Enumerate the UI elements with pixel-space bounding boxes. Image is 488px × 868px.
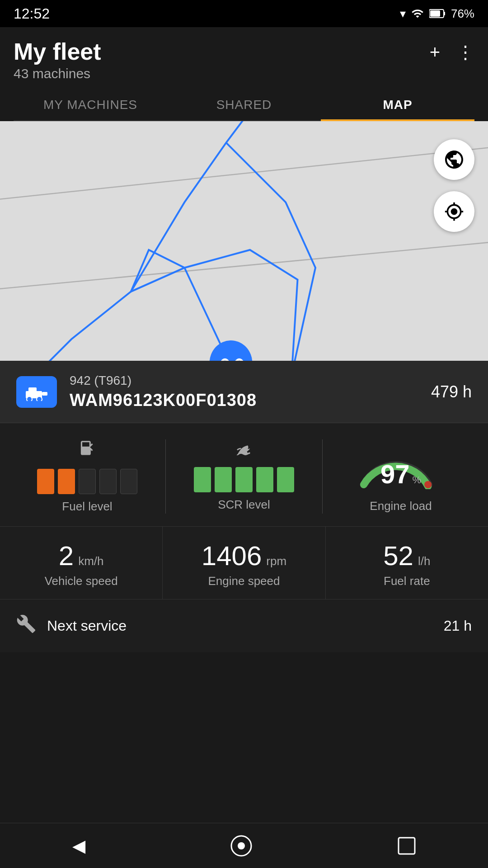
fuel-bar-3: [79, 469, 96, 494]
scr-bar-4: [256, 467, 273, 492]
scr-level-block: SCR level: [170, 439, 318, 514]
scr-bars: [194, 467, 294, 492]
metrics-row: 2 km/h Vehicle speed 1406 rpm Engine spe…: [0, 527, 488, 599]
svg-rect-13: [42, 392, 47, 396]
fuel-bar-4: [99, 469, 117, 494]
wrench-icon: [16, 614, 36, 638]
header: My fleet 43 machines + ⋮ MY MACHINES SHA…: [0, 27, 488, 121]
status-bar: 12:52 ▾ 76%: [0, 0, 488, 27]
engine-speed-value: 1406: [202, 540, 262, 571]
engine-load-unit: %: [412, 474, 421, 486]
vehicle-speed-unit: km/h: [78, 554, 103, 568]
fuel-level-block: Fuel level: [14, 439, 161, 514]
divider-1: [165, 439, 166, 514]
vehicle-speed-value: 2: [59, 540, 74, 571]
tab-my-machines[interactable]: MY MACHINES: [14, 89, 167, 120]
svg-point-11: [27, 396, 32, 401]
fuel-icon: [79, 439, 96, 463]
svg-marker-8: [131, 250, 185, 292]
machine-type-icon: [16, 376, 57, 408]
engine-load-label: Engine load: [370, 499, 432, 513]
engine-load-value: 97: [380, 459, 410, 489]
battery-text: 76%: [451, 7, 474, 21]
map-target-button[interactable]: [434, 191, 474, 232]
more-options-button[interactable]: ⋮: [456, 42, 474, 62]
fuel-rate-label: Fuel rate: [384, 574, 430, 588]
svg-rect-1: [444, 12, 445, 15]
fuel-rate-unit: l/h: [418, 554, 430, 568]
vehicle-speed-label: Vehicle speed: [45, 574, 118, 588]
scr-bar-2: [215, 467, 232, 492]
svg-point-14: [424, 481, 432, 488]
scr-label: SCR level: [218, 498, 270, 512]
home-button[interactable]: [216, 830, 266, 862]
svg-line-4: [0, 238, 488, 292]
scr-icon: [235, 439, 253, 462]
fuel-label: Fuel level: [62, 500, 112, 514]
signal-icon: [411, 7, 424, 20]
bottom-nav: ◀: [0, 823, 488, 868]
fuel-bar-1: [37, 469, 54, 494]
machine-model: 942 (T961): [70, 373, 431, 388]
map-globe-button[interactable]: [434, 139, 474, 180]
machine-count: 43 machines: [14, 66, 101, 81]
machine-card[interactable]: 942 (T961) WAM96123K00F01308 479 h: [0, 361, 488, 423]
svg-line-3: [0, 143, 488, 203]
add-button[interactable]: +: [430, 42, 440, 62]
gauge-container: 97 %: [356, 439, 446, 494]
service-row[interactable]: Next service 21 h: [0, 599, 488, 652]
status-icons: ▾ 76%: [400, 7, 474, 21]
svg-point-7: [210, 340, 253, 361]
stats-section: Fuel level SCR level: [0, 423, 488, 527]
svg-rect-10: [28, 387, 37, 392]
engine-speed-label: Engine speed: [208, 574, 280, 588]
status-time: 12:52: [14, 5, 50, 22]
svg-rect-17: [399, 838, 415, 854]
svg-point-12: [37, 396, 42, 401]
vehicle-speed-block: 2 km/h Vehicle speed: [0, 527, 162, 599]
recents-button[interactable]: [384, 832, 429, 859]
fuel-bar-5: [120, 469, 137, 494]
page-title: My fleet: [14, 38, 101, 65]
scr-bar-3: [235, 467, 253, 492]
svg-point-16: [238, 842, 245, 849]
fuel-rate-block: 52 l/h Fuel rate: [325, 527, 488, 599]
machine-hours: 479 h: [431, 382, 472, 401]
map-view[interactable]: [0, 121, 488, 361]
battery-icon: [429, 9, 446, 19]
map-svg: [0, 121, 488, 361]
divider-2: [322, 439, 323, 514]
tabs: MY MACHINES SHARED MAP: [14, 89, 474, 121]
engine-speed-unit: rpm: [266, 554, 286, 568]
engine-load-block: 97 % Engine load: [327, 439, 474, 514]
service-label: Next service: [47, 618, 433, 634]
scr-bar-5: [277, 467, 294, 492]
service-value: 21 h: [444, 618, 472, 634]
scr-bar-1: [194, 467, 211, 492]
wifi-icon: ▾: [400, 7, 406, 21]
tab-map[interactable]: MAP: [321, 89, 474, 120]
fuel-rate-value: 52: [383, 540, 413, 571]
fuel-bar-2: [58, 469, 75, 494]
machine-vin: WAM96123K00F01308: [70, 391, 431, 410]
tab-shared[interactable]: SHARED: [167, 89, 321, 120]
machine-info: 942 (T961) WAM96123K00F01308: [70, 373, 431, 410]
back-button[interactable]: ◀: [59, 831, 99, 860]
svg-rect-2: [430, 10, 440, 17]
fuel-bars: [37, 469, 137, 494]
engine-speed-block: 1406 rpm Engine speed: [162, 527, 325, 599]
